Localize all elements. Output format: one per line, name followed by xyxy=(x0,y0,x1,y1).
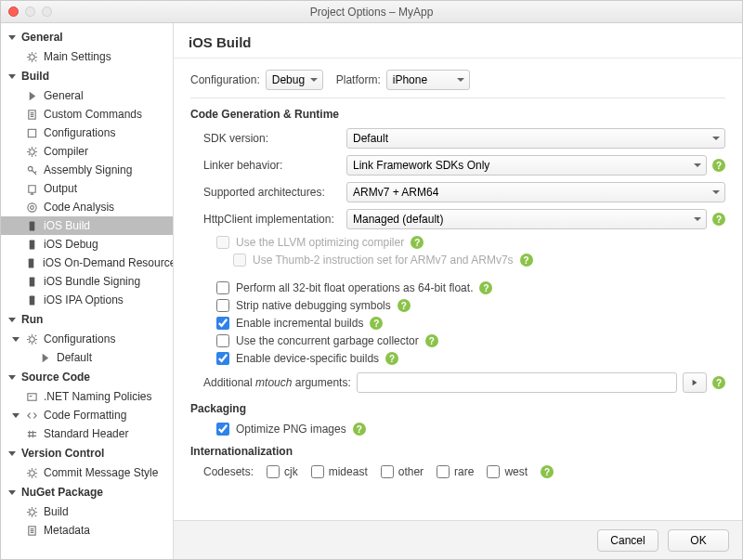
sidebar-item-commit-message-style[interactable]: Commit Message Style xyxy=(1,463,173,482)
arch-select[interactable]: ARMv7 + ARM64 xyxy=(346,182,725,202)
section-i18n: Internationalization xyxy=(190,445,725,458)
footer: Cancel OK xyxy=(174,520,742,559)
sidebar-item-ios-build[interactable]: iOS Build xyxy=(1,216,173,235)
sidebar-item-configurations[interactable]: Configurations xyxy=(1,124,173,142)
config-row: Configuration: Debug Platform: iPhone xyxy=(190,70,725,90)
help-icon[interactable]: ? xyxy=(370,317,383,330)
card-icon xyxy=(25,390,38,403)
help-icon[interactable]: ? xyxy=(411,236,424,249)
svg-point-6 xyxy=(30,205,33,209)
help-icon[interactable]: ? xyxy=(541,465,554,478)
sidebar-item-assembly-signing[interactable]: Assembly Signing xyxy=(1,161,173,179)
sdk-select[interactable]: Default xyxy=(346,128,725,149)
incremental-label: Enable incremental builds xyxy=(236,317,363,330)
help-icon[interactable]: ? xyxy=(712,159,725,172)
mtouch-row: Additional mtouch arguments: ? xyxy=(203,372,725,393)
gear-icon xyxy=(25,145,38,158)
arch-label: Supported architectures: xyxy=(190,186,346,199)
help-icon[interactable]: ? xyxy=(425,334,438,347)
sidebar-item-standard-header[interactable]: Standard Header xyxy=(1,424,173,443)
help-icon[interactable]: ? xyxy=(385,352,398,365)
gear-icon xyxy=(25,50,38,63)
hash-icon xyxy=(25,427,38,440)
tree-group[interactable]: Run xyxy=(1,309,173,330)
svg-point-5 xyxy=(27,202,35,211)
tree-group[interactable]: Build xyxy=(1,66,173,86)
svg-point-0 xyxy=(29,54,34,59)
tree-group[interactable]: General xyxy=(1,27,173,47)
svg-rect-8 xyxy=(29,240,34,249)
png-checkbox[interactable] xyxy=(216,423,229,436)
chevron-down-icon xyxy=(8,375,16,380)
help-icon[interactable]: ? xyxy=(520,254,533,267)
codeset-west-checkbox[interactable] xyxy=(487,465,500,478)
section-packaging: Packaging xyxy=(190,402,725,415)
strip-label: Strip native debugging symbols xyxy=(236,299,391,312)
tree-group[interactable]: NuGet Package xyxy=(1,482,173,502)
sidebar-item-main-settings[interactable]: Main Settings xyxy=(1,47,173,66)
sidebar-item-default[interactable]: Default xyxy=(1,348,173,367)
llvm-row: Use the LLVM optimizing compiler ? xyxy=(216,236,725,249)
svg-point-15 xyxy=(29,509,34,514)
arch-row: Supported architectures: ARMv7 + ARM64 xyxy=(190,182,725,202)
sidebar-item--net-naming-policies[interactable]: .NET Naming Policies xyxy=(1,387,173,406)
sidebar-item-metadata[interactable]: Metadata xyxy=(1,521,173,540)
sidebar: GeneralMain SettingsBuildGeneralCustom C… xyxy=(1,23,174,559)
llvm-checkbox xyxy=(216,236,229,249)
body: GeneralMain SettingsBuildGeneralCustom C… xyxy=(1,23,742,559)
mtouch-expand-button[interactable] xyxy=(683,372,707,393)
incremental-checkbox[interactable] xyxy=(216,317,229,330)
svg-point-4 xyxy=(28,166,33,171)
sidebar-item-compiler[interactable]: Compiler xyxy=(1,142,173,161)
chevron-down-icon xyxy=(8,74,16,79)
codeset-cjk-checkbox[interactable] xyxy=(267,465,280,478)
platform-label: Platform: xyxy=(336,73,381,86)
sidebar-item-configurations[interactable]: Configurations xyxy=(1,330,173,348)
help-icon[interactable]: ? xyxy=(479,281,492,294)
codeset-mideast-checkbox[interactable] xyxy=(311,465,324,478)
sidebar-item-ios-bundle-signing[interactable]: iOS Bundle Signing xyxy=(1,272,173,291)
mtouch-input[interactable] xyxy=(357,372,677,393)
tree-group[interactable]: Source Code xyxy=(1,367,173,387)
codeset-other-checkbox[interactable] xyxy=(381,465,394,478)
chevron-down-icon xyxy=(8,35,16,40)
sidebar-item-custom-commands[interactable]: Custom Commands xyxy=(1,105,173,124)
svg-rect-7 xyxy=(29,221,34,230)
gear-icon xyxy=(25,505,38,518)
gc-checkbox[interactable] xyxy=(216,334,229,347)
phone-icon xyxy=(25,293,38,306)
sidebar-item-build[interactable]: Build xyxy=(1,502,173,521)
ok-button[interactable]: OK xyxy=(668,529,729,552)
float-label: Perform all 32-bit float operations as 6… xyxy=(236,281,473,294)
sidebar-item-output[interactable]: Output xyxy=(1,179,173,198)
strip-checkbox[interactable] xyxy=(216,299,229,312)
devspec-checkbox[interactable] xyxy=(216,352,229,365)
sidebar-item-ios-on-demand-resources[interactable]: iOS On-Demand Resources xyxy=(1,254,173,272)
help-icon[interactable]: ? xyxy=(712,213,725,226)
linker-row: Linker behavior: Link Framework SDKs Onl… xyxy=(190,155,725,176)
play-icon xyxy=(25,89,38,102)
devspec-row: Enable device-specific builds ? xyxy=(216,352,725,365)
svg-point-14 xyxy=(29,470,34,475)
page-title: iOS Build xyxy=(174,23,742,59)
sidebar-item-code-analysis[interactable]: Code Analysis xyxy=(1,198,173,216)
gear-icon xyxy=(25,466,38,479)
thumb-label: Use Thumb-2 instruction set for ARMv7 an… xyxy=(253,254,514,267)
help-icon[interactable]: ? xyxy=(353,423,366,436)
configuration-select[interactable]: Debug xyxy=(266,70,323,90)
tree-group[interactable]: Version Control xyxy=(1,443,173,463)
linker-select[interactable]: Link Framework SDKs Only xyxy=(346,155,707,176)
help-icon[interactable]: ? xyxy=(398,299,411,312)
sidebar-item-code-formatting[interactable]: Code Formatting xyxy=(1,406,173,424)
http-select[interactable]: Managed (default) xyxy=(346,209,707,229)
cancel-button[interactable]: Cancel xyxy=(597,529,658,552)
sidebar-item-ios-debug[interactable]: iOS Debug xyxy=(1,235,173,254)
codeset-rare-checkbox[interactable] xyxy=(437,465,450,478)
linker-label: Linker behavior: xyxy=(190,159,346,172)
float-checkbox[interactable] xyxy=(216,281,229,294)
help-icon[interactable]: ? xyxy=(712,376,725,389)
platform-select[interactable]: iPhone xyxy=(386,70,470,90)
sidebar-item-ios-ipa-options[interactable]: iOS IPA Options xyxy=(1,291,173,309)
png-row: Optimize PNG images ? xyxy=(216,423,725,436)
sidebar-item-general[interactable]: General xyxy=(1,86,173,105)
